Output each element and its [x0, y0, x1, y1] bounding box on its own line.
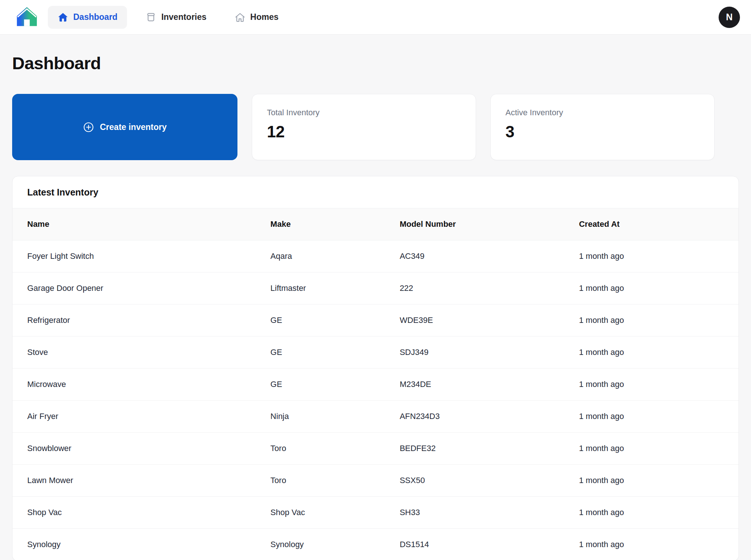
cell-created: 1 month ago [564, 337, 738, 369]
page-title: Dashboard [12, 53, 739, 73]
table-row[interactable]: Stove GE SDJ349 1 month ago [13, 337, 738, 369]
cell-name: Synology [13, 529, 256, 560]
plus-circle-icon [83, 121, 94, 133]
main-menu: Dashboard Inventories Homes [48, 6, 288, 29]
stat-value: 3 [505, 123, 699, 141]
cell-model: AFN234D3 [385, 401, 564, 433]
table-row[interactable]: Garage Door Opener Liftmaster 222 1 mont… [13, 272, 738, 304]
table-header-row: Name Make Model Number Created At [13, 208, 738, 240]
table-row[interactable]: Air Fryer Ninja AFN234D3 1 month ago [13, 401, 738, 433]
create-inventory-button[interactable]: Create inventory [12, 94, 237, 160]
column-header-name: Name [13, 208, 256, 240]
avatar-initial: N [726, 12, 733, 22]
stat-label: Total Inventory [267, 108, 461, 117]
cell-make: Liftmaster [256, 272, 385, 304]
active-inventory-card: Active Inventory 3 [490, 94, 715, 160]
total-inventory-card: Total Inventory 12 [252, 94, 476, 160]
cell-name: Garage Door Opener [13, 272, 256, 304]
cell-created: 1 month ago [564, 433, 738, 465]
cell-make: Ninja [256, 401, 385, 433]
stat-value: 12 [267, 123, 461, 141]
stat-label: Active Inventory [505, 108, 699, 117]
column-header-make: Make [256, 208, 385, 240]
cell-created: 1 month ago [564, 401, 738, 433]
inventory-table: Name Make Model Number Created At Foyer … [13, 208, 738, 560]
cell-name: Air Fryer [13, 401, 256, 433]
brand-logo[interactable] [15, 6, 38, 29]
cell-name: Shop Vac [13, 497, 256, 529]
home-outline-icon [235, 12, 246, 23]
column-header-created: Created At [564, 208, 738, 240]
cell-make: GE [256, 337, 385, 369]
table-row[interactable]: Shop Vac Shop Vac SH33 1 month ago [13, 497, 738, 529]
create-inventory-label: Create inventory [100, 122, 167, 132]
cell-model: AC349 [385, 240, 564, 272]
table-row[interactable]: Foyer Light Switch Aqara AC349 1 month a… [13, 240, 738, 272]
cell-created: 1 month ago [564, 465, 738, 497]
cell-name: Lawn Mower [13, 465, 256, 497]
cell-make: Shop Vac [256, 497, 385, 529]
archive-box-icon [145, 12, 156, 23]
cell-make: Aqara [256, 240, 385, 272]
cell-model: WDE39E [385, 304, 564, 337]
cell-name: Refrigerator [13, 304, 256, 337]
user-avatar[interactable]: N [719, 7, 740, 28]
cell-created: 1 month ago [564, 272, 738, 304]
cell-created: 1 month ago [564, 304, 738, 337]
cell-model: 222 [385, 272, 564, 304]
nav-item-label: Homes [250, 12, 279, 22]
cell-model: SDJ349 [385, 337, 564, 369]
cell-name: Snowblower [13, 433, 256, 465]
nav-item-label: Dashboard [73, 12, 117, 22]
table-row[interactable]: Refrigerator GE WDE39E 1 month ago [13, 304, 738, 337]
cell-name: Foyer Light Switch [13, 240, 256, 272]
cell-make: Toro [256, 433, 385, 465]
cell-created: 1 month ago [564, 240, 738, 272]
cell-make: Toro [256, 465, 385, 497]
cell-model: M234DE [385, 369, 564, 401]
cell-make: Synology [256, 529, 385, 560]
table-row[interactable]: Snowblower Toro BEDFE32 1 month ago [13, 433, 738, 465]
inventory-table-body: Foyer Light Switch Aqara AC349 1 month a… [13, 240, 738, 560]
nav-item-inventories[interactable]: Inventories [136, 6, 216, 29]
table-row[interactable]: Microwave GE M234DE 1 month ago [13, 369, 738, 401]
cell-created: 1 month ago [564, 497, 738, 529]
cell-make: GE [256, 369, 385, 401]
nav-item-homes[interactable]: Homes [225, 6, 288, 29]
table-title: Latest Inventory [13, 176, 738, 208]
cell-make: GE [256, 304, 385, 337]
summary-cards: Create inventory Total Inventory 12 Acti… [12, 94, 739, 160]
nav-item-dashboard[interactable]: Dashboard [48, 6, 127, 29]
column-header-model: Model Number [385, 208, 564, 240]
cell-created: 1 month ago [564, 369, 738, 401]
cell-name: Microwave [13, 369, 256, 401]
table-row[interactable]: Lawn Mower Toro SSX50 1 month ago [13, 465, 738, 497]
house-gradient-logo-icon [15, 5, 38, 29]
cell-model: SSX50 [385, 465, 564, 497]
cell-model: SH33 [385, 497, 564, 529]
page-content: Dashboard Create inventory Total Invento… [0, 53, 751, 560]
table-row[interactable]: Synology Synology DS1514 1 month ago [13, 529, 738, 560]
cell-model: BEDFE32 [385, 433, 564, 465]
nav-item-label: Inventories [161, 12, 207, 22]
cell-model: DS1514 [385, 529, 564, 560]
latest-inventory-card: Latest Inventory Name Make Model Number … [12, 176, 739, 560]
house-icon [57, 12, 68, 23]
top-nav: Dashboard Inventories Homes N [0, 0, 751, 35]
cell-name: Stove [13, 337, 256, 369]
cell-created: 1 month ago [564, 529, 738, 560]
